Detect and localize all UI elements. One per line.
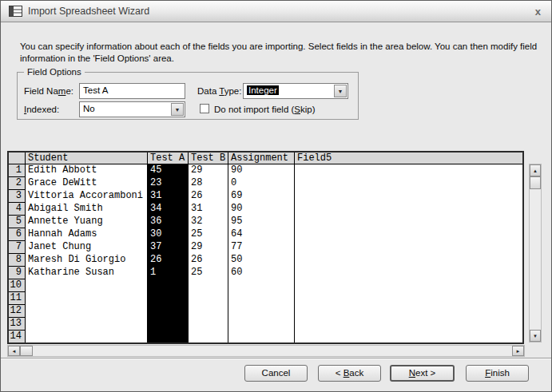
- table-cell[interactable]: 0: [228, 177, 295, 190]
- table-cell[interactable]: Katharine Susan: [26, 267, 148, 279]
- column-header[interactable]: Student: [26, 152, 148, 164]
- table-cell[interactable]: [295, 318, 522, 331]
- table-cell[interactable]: [295, 305, 522, 318]
- table-cell[interactable]: [295, 190, 522, 203]
- indexed-combo[interactable]: No ▼: [79, 101, 185, 117]
- cancel-button[interactable]: Cancel: [244, 365, 308, 382]
- table-cell[interactable]: [148, 305, 189, 318]
- table-cell[interactable]: 64: [228, 228, 295, 241]
- table-cell[interactable]: 60: [228, 267, 295, 279]
- table-cell[interactable]: [228, 279, 295, 292]
- table-cell[interactable]: 25: [189, 228, 228, 241]
- table-cell[interactable]: [295, 177, 522, 190]
- horizontal-scrollbar-track[interactable]: [33, 346, 512, 356]
- scroll-up-icon[interactable]: ▲: [530, 164, 541, 176]
- field-name-input[interactable]: Test A: [79, 83, 185, 99]
- table-cell[interactable]: 26: [148, 254, 189, 267]
- table-cell[interactable]: 95: [228, 216, 295, 228]
- table-cell[interactable]: Maresh Di Giorgio: [26, 254, 148, 267]
- chevron-down-icon[interactable]: ▼: [334, 85, 347, 97]
- finish-button[interactable]: Finish: [466, 365, 529, 382]
- scroll-left-icon[interactable]: ◄: [8, 346, 20, 356]
- scroll-right-icon[interactable]: ►: [512, 346, 524, 356]
- table-cell[interactable]: [295, 292, 522, 305]
- data-type-combo[interactable]: Integer ▼: [243, 83, 348, 99]
- next-button[interactable]: Next >: [390, 365, 455, 382]
- table-cell[interactable]: Hannah Adams: [26, 228, 148, 241]
- table-cell[interactable]: Abigail Smith: [26, 203, 148, 216]
- scroll-down-icon[interactable]: ▼: [530, 330, 541, 342]
- close-icon[interactable]: x: [533, 6, 543, 17]
- row-number: 6: [9, 228, 26, 241]
- table-cell[interactable]: [189, 279, 228, 292]
- row-number: 1: [9, 164, 26, 177]
- table-cell[interactable]: 23: [148, 177, 189, 190]
- vertical-scrollbar-track[interactable]: [530, 189, 541, 330]
- table-cell[interactable]: Grace DeWitt: [26, 177, 148, 190]
- row-number: 12: [9, 305, 26, 318]
- table-cell[interactable]: 29: [189, 164, 228, 177]
- table-cell[interactable]: 50: [228, 254, 295, 267]
- table-cell[interactable]: 90: [228, 203, 295, 216]
- table-cell[interactable]: 29: [189, 241, 228, 254]
- table-cell[interactable]: [189, 292, 228, 305]
- table-cell[interactable]: 31: [189, 203, 228, 216]
- column-header[interactable]: Assignment: [228, 152, 295, 164]
- table-cell[interactable]: [295, 228, 522, 241]
- table-cell[interactable]: 37: [148, 241, 189, 254]
- table-cell[interactable]: 26: [189, 254, 228, 267]
- column-header[interactable]: Test A: [148, 152, 189, 164]
- chevron-down-icon[interactable]: ▼: [171, 103, 184, 116]
- table-cell[interactable]: [228, 318, 295, 331]
- table-cell[interactable]: 32: [189, 216, 228, 228]
- table-cell[interactable]: [295, 164, 522, 177]
- table-cell[interactable]: [26, 279, 148, 292]
- table-cell[interactable]: Edith Abbott: [26, 164, 148, 177]
- horizontal-scrollbar-thumb[interactable]: [20, 346, 33, 356]
- table-cell[interactable]: [148, 279, 189, 292]
- table-cell[interactable]: [189, 318, 228, 331]
- table-cell[interactable]: [189, 305, 228, 318]
- table-row: 3Vittoria Accoramboni312669: [9, 190, 522, 203]
- table-cell[interactable]: [189, 331, 228, 343]
- table-cell[interactable]: 1: [148, 267, 189, 279]
- table-cell[interactable]: 31: [148, 190, 189, 203]
- column-header[interactable]: Test B: [189, 152, 228, 164]
- table-cell[interactable]: [295, 279, 522, 292]
- table-cell[interactable]: 77: [228, 241, 295, 254]
- table-cell[interactable]: Annette Yuang: [26, 216, 148, 228]
- skip-field-checkbox[interactable]: [200, 104, 209, 113]
- table-cell[interactable]: 28: [189, 177, 228, 190]
- table-cell[interactable]: [26, 331, 148, 343]
- table-cell[interactable]: [148, 331, 189, 343]
- table-cell[interactable]: [26, 318, 148, 331]
- table-cell[interactable]: [295, 203, 522, 216]
- table-cell[interactable]: [295, 267, 522, 279]
- table-cell[interactable]: [228, 331, 295, 343]
- table-cell[interactable]: Vittoria Accoramboni: [26, 190, 148, 203]
- table-cell[interactable]: [26, 305, 148, 318]
- table-cell[interactable]: 45: [148, 164, 189, 177]
- table-cell[interactable]: [295, 331, 522, 343]
- back-button[interactable]: < Back: [318, 365, 381, 382]
- table-cell[interactable]: 34: [148, 203, 189, 216]
- table-cell[interactable]: [148, 292, 189, 305]
- table-cell[interactable]: 36: [148, 216, 189, 228]
- table-cell[interactable]: [26, 292, 148, 305]
- table-cell[interactable]: [228, 292, 295, 305]
- table-cell[interactable]: Janet Chung: [26, 241, 148, 254]
- table-cell[interactable]: 90: [228, 164, 295, 177]
- table-cell[interactable]: [295, 216, 522, 228]
- table-cell[interactable]: 25: [189, 267, 228, 279]
- table-cell[interactable]: 69: [228, 190, 295, 203]
- horizontal-scrollbar[interactable]: ◄ ►: [7, 345, 525, 357]
- column-header[interactable]: Field5: [295, 152, 522, 164]
- table-cell[interactable]: [148, 318, 189, 331]
- table-cell[interactable]: [295, 254, 522, 267]
- vertical-scrollbar-thumb[interactable]: [530, 176, 541, 189]
- table-cell[interactable]: [295, 241, 522, 254]
- table-cell[interactable]: 30: [148, 228, 189, 241]
- table-cell[interactable]: 26: [189, 190, 228, 203]
- table-cell[interactable]: [228, 305, 295, 318]
- vertical-scrollbar[interactable]: ▲ ▼: [529, 164, 542, 343]
